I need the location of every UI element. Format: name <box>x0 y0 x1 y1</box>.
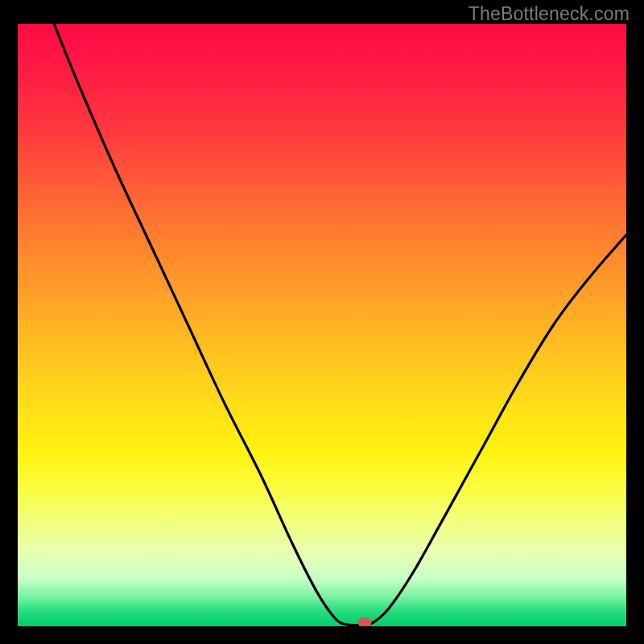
optimal-marker <box>357 617 371 626</box>
chart-frame: TheBottleneck.com <box>0 0 644 644</box>
curve-path <box>54 24 626 625</box>
bottleneck-curve <box>18 24 626 626</box>
watermark-text: TheBottleneck.com <box>469 3 630 25</box>
plot-area <box>18 24 626 626</box>
